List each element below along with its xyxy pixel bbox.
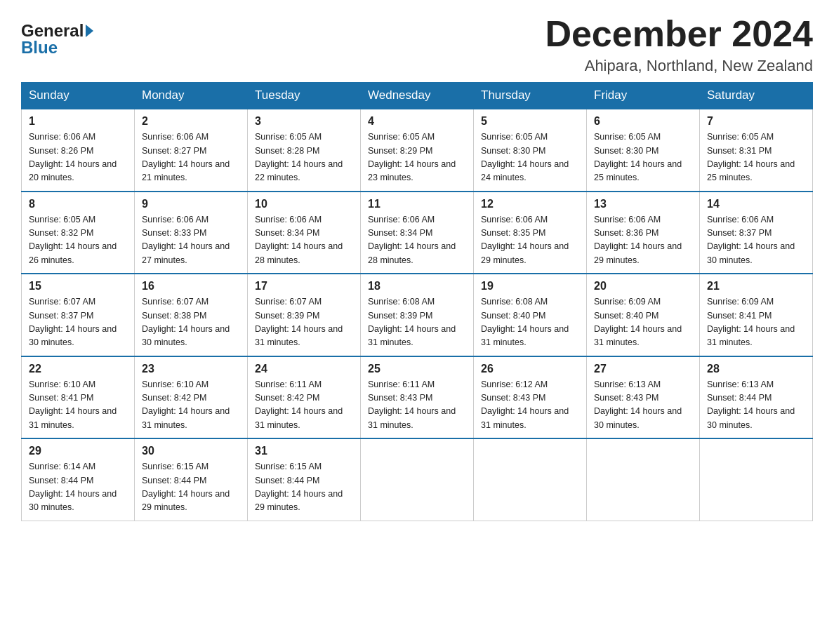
calendar-header-tuesday: Tuesday [248,83,361,109]
calendar-cell: 15 Sunrise: 6:07 AMSunset: 8:37 PMDaylig… [22,274,135,356]
day-info: Sunrise: 6:09 AMSunset: 8:41 PMDaylight:… [707,297,795,347]
calendar-cell: 21 Sunrise: 6:09 AMSunset: 8:41 PMDaylig… [700,274,813,356]
calendar-cell: 18 Sunrise: 6:08 AMSunset: 8:39 PMDaylig… [361,274,474,356]
day-number: 29 [29,445,127,457]
day-number: 31 [255,445,353,457]
day-number: 15 [29,280,127,293]
calendar-cell: 26 Sunrise: 6:12 AMSunset: 8:43 PMDaylig… [474,356,587,439]
calendar-cell: 14 Sunrise: 6:06 AMSunset: 8:37 PMDaylig… [700,192,813,274]
day-info: Sunrise: 6:07 AMSunset: 8:39 PMDaylight:… [255,297,343,347]
calendar-cell: 8 Sunrise: 6:05 AMSunset: 8:32 PMDayligh… [22,192,135,274]
calendar-header-wednesday: Wednesday [361,83,474,109]
day-number: 2 [142,115,240,128]
day-number: 5 [481,115,579,128]
day-number: 19 [481,280,579,293]
calendar-cell: 9 Sunrise: 6:06 AMSunset: 8:33 PMDayligh… [135,192,248,274]
calendar-cell: 2 Sunrise: 6:06 AMSunset: 8:27 PMDayligh… [135,109,248,192]
day-number: 14 [707,198,805,210]
day-number: 10 [255,198,353,210]
calendar-cell: 27 Sunrise: 6:13 AMSunset: 8:43 PMDaylig… [587,356,700,439]
logo-arrow-icon [86,25,93,37]
day-number: 25 [368,363,466,375]
day-info: Sunrise: 6:11 AMSunset: 8:43 PMDaylight:… [368,380,456,430]
day-info: Sunrise: 6:06 AMSunset: 8:27 PMDaylight:… [142,132,230,182]
calendar-cell: 11 Sunrise: 6:06 AMSunset: 8:34 PMDaylig… [361,192,474,274]
day-info: Sunrise: 6:05 AMSunset: 8:29 PMDaylight:… [368,132,456,182]
calendar-cell [700,438,813,521]
calendar-header-row: SundayMondayTuesdayWednesdayThursdayFrid… [22,83,813,109]
calendar-cell: 25 Sunrise: 6:11 AMSunset: 8:43 PMDaylig… [361,356,474,439]
calendar-cell: 3 Sunrise: 6:05 AMSunset: 8:28 PMDayligh… [248,109,361,192]
calendar-week-row: 29 Sunrise: 6:14 AMSunset: 8:44 PMDaylig… [22,438,813,521]
calendar-cell: 24 Sunrise: 6:11 AMSunset: 8:42 PMDaylig… [248,356,361,439]
day-number: 12 [481,198,579,210]
page-header: General Blue December 2024 Ahipara, Nort… [21,14,813,75]
calendar-header-thursday: Thursday [474,83,587,109]
day-number: 27 [594,363,692,375]
day-info: Sunrise: 6:12 AMSunset: 8:43 PMDaylight:… [481,380,569,430]
day-info: Sunrise: 6:10 AMSunset: 8:42 PMDaylight:… [142,380,230,430]
calendar-cell: 31 Sunrise: 6:15 AMSunset: 8:44 PMDaylig… [248,438,361,521]
calendar-cell: 7 Sunrise: 6:05 AMSunset: 8:31 PMDayligh… [700,109,813,192]
day-number: 13 [594,198,692,210]
calendar-cell: 12 Sunrise: 6:06 AMSunset: 8:35 PMDaylig… [474,192,587,274]
day-info: Sunrise: 6:05 AMSunset: 8:32 PMDaylight:… [29,215,117,265]
day-number: 3 [255,115,353,128]
day-info: Sunrise: 6:15 AMSunset: 8:44 PMDaylight:… [255,462,343,512]
day-number: 30 [142,445,240,457]
calendar-cell: 28 Sunrise: 6:13 AMSunset: 8:44 PMDaylig… [700,356,813,439]
day-number: 8 [29,198,127,210]
day-info: Sunrise: 6:06 AMSunset: 8:34 PMDaylight:… [368,215,456,265]
day-info: Sunrise: 6:05 AMSunset: 8:31 PMDaylight:… [707,132,795,182]
calendar-header-friday: Friday [587,83,700,109]
day-number: 11 [368,198,466,210]
calendar-cell: 1 Sunrise: 6:06 AMSunset: 8:26 PMDayligh… [22,109,135,192]
title-block: December 2024 Ahipara, Northland, New Ze… [545,14,813,75]
logo-blue-text: Blue [21,38,58,58]
day-info: Sunrise: 6:10 AMSunset: 8:41 PMDaylight:… [29,380,117,430]
day-number: 6 [594,115,692,128]
day-number: 23 [142,363,240,375]
logo: General Blue [21,21,93,58]
calendar-cell: 16 Sunrise: 6:07 AMSunset: 8:38 PMDaylig… [135,274,248,356]
location-title: Ahipara, Northland, New Zealand [545,57,813,75]
calendar-cell [474,438,587,521]
day-number: 24 [255,363,353,375]
day-number: 20 [594,280,692,293]
calendar-week-row: 1 Sunrise: 6:06 AMSunset: 8:26 PMDayligh… [22,109,813,192]
calendar-cell: 23 Sunrise: 6:10 AMSunset: 8:42 PMDaylig… [135,356,248,439]
day-info: Sunrise: 6:06 AMSunset: 8:37 PMDaylight:… [707,215,795,265]
calendar-week-row: 15 Sunrise: 6:07 AMSunset: 8:37 PMDaylig… [22,274,813,356]
day-number: 7 [707,115,805,128]
calendar-header-saturday: Saturday [700,83,813,109]
calendar-table: SundayMondayTuesdayWednesdayThursdayFrid… [21,82,813,521]
day-number: 16 [142,280,240,293]
calendar-cell: 22 Sunrise: 6:10 AMSunset: 8:41 PMDaylig… [22,356,135,439]
calendar-cell: 29 Sunrise: 6:14 AMSunset: 8:44 PMDaylig… [22,438,135,521]
calendar-cell: 4 Sunrise: 6:05 AMSunset: 8:29 PMDayligh… [361,109,474,192]
day-info: Sunrise: 6:05 AMSunset: 8:30 PMDaylight:… [594,132,682,182]
day-number: 26 [481,363,579,375]
calendar-cell: 10 Sunrise: 6:06 AMSunset: 8:34 PMDaylig… [248,192,361,274]
day-info: Sunrise: 6:06 AMSunset: 8:26 PMDaylight:… [29,132,117,182]
day-info: Sunrise: 6:08 AMSunset: 8:40 PMDaylight:… [481,297,569,347]
day-info: Sunrise: 6:06 AMSunset: 8:36 PMDaylight:… [594,215,682,265]
calendar-cell: 20 Sunrise: 6:09 AMSunset: 8:40 PMDaylig… [587,274,700,356]
month-title: December 2024 [545,14,813,54]
calendar-cell: 5 Sunrise: 6:05 AMSunset: 8:30 PMDayligh… [474,109,587,192]
calendar-cell: 17 Sunrise: 6:07 AMSunset: 8:39 PMDaylig… [248,274,361,356]
calendar-cell [587,438,700,521]
day-info: Sunrise: 6:11 AMSunset: 8:42 PMDaylight:… [255,380,343,430]
day-number: 28 [707,363,805,375]
day-number: 18 [368,280,466,293]
day-info: Sunrise: 6:14 AMSunset: 8:44 PMDaylight:… [29,462,117,512]
day-number: 17 [255,280,353,293]
day-info: Sunrise: 6:09 AMSunset: 8:40 PMDaylight:… [594,297,682,347]
day-info: Sunrise: 6:06 AMSunset: 8:33 PMDaylight:… [142,215,230,265]
day-number: 4 [368,115,466,128]
day-number: 9 [142,198,240,210]
calendar-week-row: 8 Sunrise: 6:05 AMSunset: 8:32 PMDayligh… [22,192,813,274]
calendar-cell: 13 Sunrise: 6:06 AMSunset: 8:36 PMDaylig… [587,192,700,274]
day-info: Sunrise: 6:07 AMSunset: 8:37 PMDaylight:… [29,297,117,347]
day-number: 1 [29,115,127,128]
